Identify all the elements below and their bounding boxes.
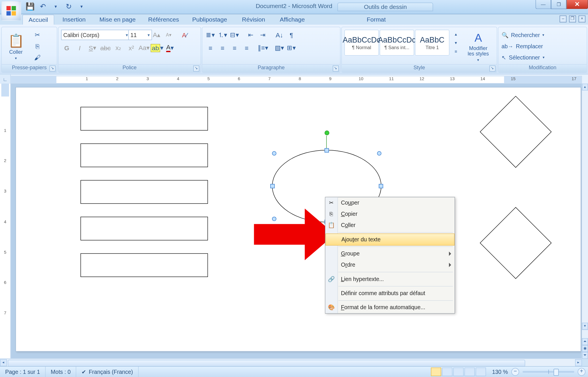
clear-formatting-button[interactable]: A⁄ bbox=[179, 30, 190, 40]
undo-icon[interactable]: ↶ bbox=[39, 2, 47, 11]
rotate-handle[interactable] bbox=[324, 130, 329, 135]
numbering-button[interactable]: ⒈▾ bbox=[217, 30, 228, 40]
underline-button[interactable]: S▾ bbox=[87, 43, 98, 53]
redo-icon[interactable]: ↻ bbox=[65, 2, 73, 11]
tab-format[interactable]: Format bbox=[361, 15, 392, 24]
styles-scroll-down[interactable]: ▾ bbox=[450, 38, 461, 47]
resize-handle[interactable] bbox=[377, 151, 381, 155]
scroll-up-button[interactable]: ▴ bbox=[582, 84, 588, 91]
sort-button[interactable]: A↓ bbox=[274, 30, 285, 40]
status-language[interactable]: ✔ Français (France) bbox=[76, 367, 139, 377]
zoom-value[interactable]: 130 % bbox=[492, 369, 508, 375]
shape-diamond[interactable] bbox=[481, 97, 550, 166]
tab-insertion[interactable]: Insertion bbox=[57, 15, 91, 24]
select-button[interactable]: ↖Sélectionner▾ bbox=[501, 52, 545, 62]
bold-button[interactable]: G bbox=[61, 43, 72, 53]
styles-expand[interactable]: ≡ bbox=[450, 47, 461, 55]
align-right-button[interactable]: ≡ bbox=[229, 43, 240, 53]
next-page-button[interactable]: ⏷ bbox=[582, 352, 588, 359]
tab-selector[interactable]: ∟ bbox=[0, 74, 11, 84]
save-icon[interactable]: 💾 bbox=[26, 2, 34, 11]
format-painter-button[interactable]: 🖌 bbox=[32, 52, 43, 62]
menu-item-coller[interactable]: 📋Coller bbox=[325, 220, 454, 231]
document-page[interactable] bbox=[16, 87, 581, 352]
paragraph-dialog-launcher[interactable]: ↘ bbox=[333, 66, 339, 72]
office-button[interactable] bbox=[1, 1, 21, 21]
shrink-font-button[interactable]: A▾ bbox=[163, 30, 174, 40]
view-web-layout[interactable] bbox=[453, 368, 464, 376]
show-marks-button[interactable]: ¶ bbox=[286, 30, 297, 40]
view-full-screen[interactable] bbox=[442, 368, 452, 376]
menu-item-d-finir-comme-attributs-par-d-faut[interactable]: Définir comme attributs par défaut bbox=[325, 288, 454, 299]
menu-item-format-de-la-forme-automatique[interactable]: 🎨Format de la forme automatique... bbox=[325, 302, 454, 313]
shape-rectangle[interactable] bbox=[80, 180, 208, 204]
multilevel-list-button[interactable]: ⊟▾ bbox=[229, 30, 240, 40]
justify-button[interactable]: ≡ bbox=[241, 43, 252, 53]
line-spacing-button[interactable]: ‖≡▾ bbox=[258, 43, 269, 53]
resize-handle[interactable] bbox=[379, 184, 383, 188]
shape-rectangle[interactable] bbox=[80, 217, 208, 240]
prev-page-button[interactable]: ⏶ bbox=[582, 338, 588, 345]
menu-item-ajouter-du-texte[interactable]: Ajouter du texte bbox=[325, 234, 454, 246]
vertical-ruler[interactable]: 1234567 bbox=[0, 84, 11, 359]
horizontal-scrollbar[interactable]: ◂ ▸ bbox=[0, 358, 582, 366]
undo-dropdown-icon[interactable]: ▾ bbox=[52, 2, 60, 11]
view-draft[interactable] bbox=[476, 368, 486, 376]
qat-customize-icon[interactable]: ▾ bbox=[78, 2, 86, 11]
status-page[interactable]: Page : 1 sur 1 bbox=[0, 367, 46, 377]
clipboard-dialog-launcher[interactable]: ↘ bbox=[49, 66, 55, 72]
view-outline[interactable] bbox=[465, 368, 475, 376]
menu-item-copier[interactable]: ⎘Copier bbox=[325, 209, 454, 220]
increase-indent-button[interactable]: ⇥ bbox=[258, 30, 269, 40]
shape-rectangle[interactable] bbox=[80, 143, 208, 167]
change-case-button[interactable]: Aa▾ bbox=[139, 43, 150, 53]
scroll-thumb[interactable] bbox=[8, 360, 525, 367]
replace-button[interactable]: ab→Remplacer bbox=[501, 41, 543, 51]
menu-item-groupe[interactable]: Groupe bbox=[325, 248, 454, 259]
shading-button[interactable]: ▧▾ bbox=[274, 43, 285, 53]
status-words[interactable]: Mots : 0 bbox=[46, 367, 76, 377]
menu-item-lien-hypertexte[interactable]: 🔗Lien hypertexte... bbox=[325, 274, 454, 285]
zoom-in-button[interactable]: + bbox=[578, 368, 585, 376]
doc-minimize-button[interactable]: – bbox=[560, 16, 566, 22]
resize-handle[interactable] bbox=[272, 217, 276, 221]
vertical-scrollbar[interactable]: ▴ ▾ ⏶ ◉ ⏷ bbox=[582, 84, 588, 359]
tab-affichage[interactable]: Affichage bbox=[275, 15, 310, 24]
shape-diamond[interactable] bbox=[481, 208, 550, 277]
italic-button[interactable]: I bbox=[74, 43, 85, 53]
maximize-button[interactable]: ❐ bbox=[551, 0, 566, 9]
scroll-right-button[interactable]: ▸ bbox=[575, 359, 582, 366]
decrease-indent-button[interactable]: ⇤ bbox=[245, 30, 257, 40]
styles-dialog-launcher[interactable]: ↘ bbox=[490, 66, 496, 72]
cut-button[interactable]: ✂ bbox=[32, 30, 43, 40]
change-styles-button[interactable]: A Modifier les styles ▾ bbox=[461, 29, 495, 64]
align-left-button[interactable]: ≡ bbox=[205, 43, 216, 53]
shape-rectangle[interactable] bbox=[80, 107, 208, 130]
menu-item-couper[interactable]: ✂Couper bbox=[325, 197, 454, 209]
scroll-down-button[interactable]: ▾ bbox=[582, 323, 588, 330]
shape-rectangle[interactable] bbox=[80, 253, 208, 277]
resize-handle[interactable] bbox=[324, 148, 329, 153]
style-item[interactable]: AaBbCcDc¶ Normal bbox=[344, 30, 379, 55]
resize-handle[interactable] bbox=[270, 184, 275, 188]
zoom-slider[interactable] bbox=[523, 371, 574, 373]
horizontal-ruler[interactable]: ∟ 1234567891011121314151718 bbox=[0, 74, 588, 84]
font-size-combo[interactable]: 11▾ bbox=[128, 30, 152, 40]
font-dialog-launcher[interactable]: ↘ bbox=[193, 66, 199, 72]
superscript-button[interactable]: x² bbox=[126, 43, 137, 53]
paste-button[interactable]: 📋 Coller ▾ bbox=[3, 29, 28, 64]
minimize-button[interactable]: — bbox=[535, 0, 551, 9]
browse-object-button[interactable]: ◉ bbox=[582, 345, 588, 352]
doc-restore-button[interactable]: ❐ bbox=[569, 16, 576, 22]
copy-button[interactable]: ⎘ bbox=[32, 41, 43, 51]
tab-mise-en-page[interactable]: Mise en page bbox=[95, 15, 140, 24]
borders-button[interactable]: ⊞▾ bbox=[286, 43, 297, 53]
view-print-layout[interactable] bbox=[431, 368, 441, 376]
subscript-button[interactable]: x₂ bbox=[113, 43, 124, 53]
align-center-button[interactable]: ≡ bbox=[217, 43, 228, 53]
styles-scroll-up[interactable]: ▴ bbox=[450, 30, 461, 38]
font-color-button[interactable]: A▾ bbox=[165, 43, 176, 53]
style-item[interactable]: AaBbCcDc¶ Sans int... bbox=[380, 30, 414, 55]
style-item[interactable]: AaBbCTitre 1 bbox=[415, 30, 449, 55]
scroll-left-button[interactable]: ◂ bbox=[0, 359, 7, 366]
